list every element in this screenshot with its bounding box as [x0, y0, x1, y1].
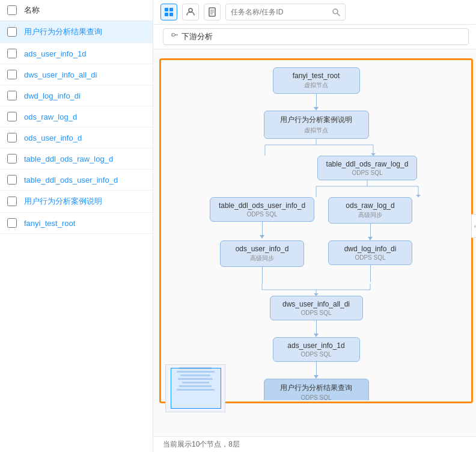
sidebar-item-name-6: ods_user_info_d: [24, 133, 82, 142]
svg-point-4: [189, 8, 192, 12]
search-box[interactable]: [225, 4, 346, 20]
sidebar-item-10[interactable]: fanyi_test_root: [0, 213, 153, 234]
minimap[interactable]: [165, 364, 225, 412]
sidebar-item-5[interactable]: ods_raw_log_d: [0, 106, 153, 127]
status-bar: 当前展示10个节点，8层: [153, 436, 476, 452]
node-result[interactable]: 用户行为分析结果查询 ODPS SQL: [264, 379, 369, 400]
sidebar-item-name-4: dwd_log_info_di: [24, 91, 81, 100]
select-all-checkbox[interactable]: [7, 5, 17, 15]
sidebar-item-checkbox-5[interactable]: [7, 112, 17, 121]
node-ddl-raw-log[interactable]: table_ddl_ods_raw_log_d ODPS SQL: [317, 156, 418, 180]
search-input[interactable]: [231, 8, 329, 16]
node-fanyi-test-root[interactable]: fanyi_test_root 虚拟节点: [273, 67, 360, 94]
sidebar-item-3[interactable]: dws_user_info_all_di: [0, 64, 153, 85]
downstream-btn[interactable]: 下游分析: [163, 28, 469, 45]
svg-marker-11: [172, 34, 175, 36]
node-case-study[interactable]: 用户行为分析案例说明 虚拟节点: [264, 111, 369, 139]
sidebar-item-name-5: ods_raw_log_d: [24, 112, 77, 121]
sidebar-list: 用户行为分析结果查询 ads_user_info_1d dws_user_inf…: [0, 21, 153, 452]
sidebar-item-8[interactable]: table_ddl_ods_user_info_d: [0, 170, 153, 191]
node-ods-user-info[interactable]: ods_user_info_d 高级同步: [220, 240, 304, 267]
sidebar-item-name-1: 用户行为分析结果查询: [24, 26, 102, 37]
sidebar-item-name-7: table_ddl_ods_raw_log_d: [24, 154, 113, 163]
flow-diagram: fanyi_test_root 虚拟节点 用户行为分析案例说明 虚拟节点: [165, 61, 467, 400]
user-view-btn[interactable]: [182, 4, 199, 20]
sidebar-item-name-3: dws_user_info_all_di: [24, 70, 97, 79]
sidebar-item-4[interactable]: dwd_log_info_di: [0, 85, 153, 106]
sidebar-header-title: 名称: [24, 5, 40, 16]
graph-area[interactable]: fanyi_test_root 虚拟节点 用户行为分析案例说明 虚拟节点: [153, 49, 476, 436]
sidebar-item-checkbox-1[interactable]: [7, 27, 17, 37]
toolbar: [153, 0, 476, 25]
sidebar-item-checkbox-10[interactable]: [7, 218, 17, 228]
doc-view-btn[interactable]: [204, 4, 221, 20]
svg-point-9: [333, 9, 338, 14]
status-text: 当前展示10个节点，8层: [163, 440, 240, 448]
node-ods-raw-log[interactable]: ods_raw_log_d 高级同步: [328, 197, 412, 224]
sidebar-item-checkbox-9[interactable]: [7, 197, 17, 206]
sidebar-header: 名称: [0, 0, 153, 21]
sidebar-item-9[interactable]: 用户行为分析案例说明: [0, 191, 153, 213]
svg-rect-3: [169, 13, 173, 16]
sidebar-item-2[interactable]: ads_user_info_1d: [0, 43, 153, 64]
sidebar-item-checkbox-7[interactable]: [7, 154, 17, 163]
sidebar-item-checkbox-3[interactable]: [7, 70, 17, 79]
downstream-btn-label: 下游分析: [182, 31, 213, 42]
sidebar: 名称 用户行为分析结果查询 ads_user_info_1d dws_user_…: [0, 0, 153, 452]
sidebar-item-checkbox-8[interactable]: [7, 175, 17, 185]
sidebar-item-checkbox-6[interactable]: [7, 133, 17, 142]
sidebar-item-checkbox-4[interactable]: [7, 91, 17, 100]
node-dws-user-info[interactable]: dws_user_info_all_di ODPS SQL: [270, 296, 363, 320]
node-ddl-user-info[interactable]: table_ddl_ods_user_info_d ODPS SQL: [210, 197, 314, 222]
svg-line-10: [338, 14, 340, 16]
content-area: 下游分析 fanyi_test_root 虚拟节点: [153, 0, 476, 452]
second-toolbar: 下游分析: [153, 25, 476, 49]
sidebar-item-name-2: ads_user_info_1d: [24, 49, 86, 58]
collapse-sidebar-btn[interactable]: «»: [471, 214, 476, 238]
node-dwd-log-info[interactable]: dwd_log_info_di ODPS SQL: [328, 240, 412, 265]
main-container: 名称 用户行为分析结果查询 ads_user_info_1d dws_user_…: [0, 0, 476, 452]
sidebar-item-1[interactable]: 用户行为分析结果查询: [0, 21, 153, 43]
grid-view-btn[interactable]: [160, 4, 177, 20]
sidebar-item-6[interactable]: ods_user_info_d: [0, 127, 153, 148]
svg-rect-2: [165, 13, 168, 16]
sidebar-item-name-8: table_ddl_ods_user_info_d: [24, 176, 118, 185]
svg-rect-1: [169, 8, 173, 11]
node-ads-user-info[interactable]: ads_user_info_1d ODPS SQL: [273, 337, 360, 362]
sidebar-item-name-9: 用户行为分析案例说明: [24, 196, 102, 207]
sidebar-item-7[interactable]: table_ddl_ods_raw_log_d: [0, 148, 153, 170]
sidebar-item-name-10: fanyi_test_root: [24, 219, 75, 228]
sidebar-item-checkbox-2[interactable]: [7, 49, 17, 58]
svg-rect-0: [165, 8, 168, 11]
